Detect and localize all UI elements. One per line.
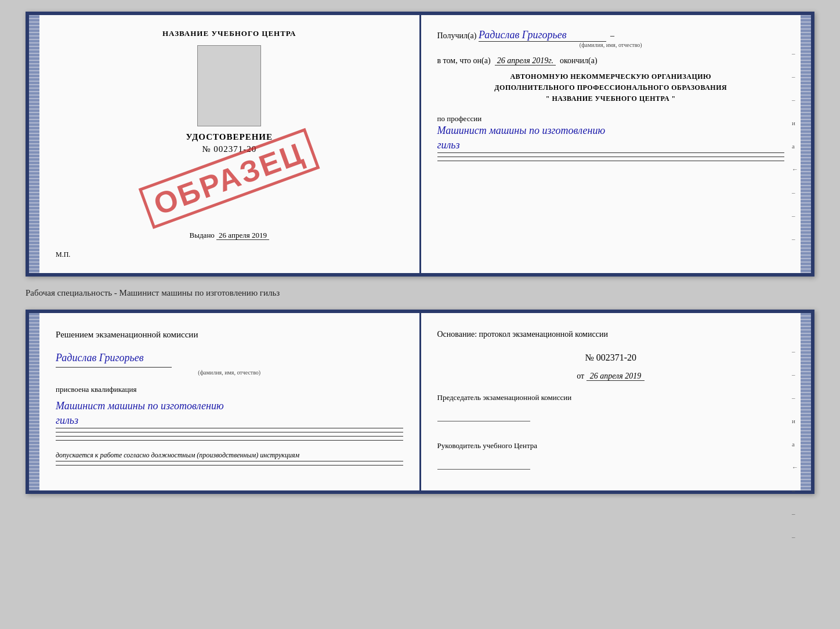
protocol-number: № 002371-20 [437, 350, 785, 366]
received-prefix: Получил(а) [437, 31, 477, 40]
side-marks: – – – и а ← – – – [792, 50, 798, 242]
date-value: 26 апреля 2019г. [495, 56, 556, 66]
director-block: Руководитель учебного Центра [437, 441, 785, 477]
director-title: Руководитель учебного Центра [437, 441, 785, 451]
qualification-prefix: присвоена квалификация [56, 383, 403, 396]
cert-number: № 002371-20 [56, 144, 403, 154]
date-suffix: окончил(а) [560, 56, 598, 65]
udostoverenie-label: УДОСТОВЕРЕНИЕ [56, 132, 403, 142]
bottom-recipient-name: Радислав Григорьев [56, 348, 172, 368]
cert-issued: Выдано 26 апреля 2019 [56, 231, 403, 240]
org-line3: " НАЗВАНИЕ УЧЕБНОГО ЦЕНТРА " [437, 93, 785, 104]
decision-text: Решением экзаменационной комиссии [56, 327, 403, 343]
org-line1: АВТОНОМНУЮ НЕКОММЕРЧЕСКУЮ ОРГАНИЗАЦИЮ [437, 71, 785, 82]
obrazets-stamp: ОБРАЗЕЦ [139, 128, 320, 229]
issued-label: Выдано [190, 231, 215, 239]
protocol-date-prefix: от [577, 372, 584, 380]
org-line2: ДОПОЛНИТЕЛЬНОГО ПРОФЕССИОНАЛЬНОГО ОБРАЗО… [437, 82, 785, 93]
basis-text: Основание: протокол экзаменационной коми… [437, 327, 785, 341]
photo-placeholder [197, 45, 261, 126]
recipient-sublabel: (фамилия, имя, отчество) [437, 42, 785, 48]
top-right-page: Получил(а) Радислав Григорьев – (фамилия… [421, 15, 812, 273]
допускается-text: допускается к работе согласно должностны… [56, 450, 403, 461]
bottom-right-page: Основание: протокол экзаменационной коми… [421, 313, 812, 490]
bottom-name-sublabel: (фамилия, имя, отчество) [56, 368, 403, 378]
date-prefix: в том, что он(а) [437, 56, 491, 65]
chairman-title: Председатель экзаменационной комиссии [437, 392, 785, 403]
profession-name: Машинист машины по изготовлению гильз [437, 123, 785, 153]
issued-date: 26 апреля 2019 [216, 231, 269, 240]
qualification-name: Машинист машины по изготовлению гильз [56, 399, 403, 428]
org-block: АВТОНОМНУЮ НЕКОММЕРЧЕСКУЮ ОРГАНИЗАЦИЮ ДО… [437, 71, 785, 105]
bottom-left-page: Решением экзаменационной комиссии Радисл… [29, 313, 421, 490]
director-signature-line [437, 453, 530, 470]
protocol-date: от 26 апреля 2019 [437, 369, 785, 383]
top-left-title: НАЗВАНИЕ УЧЕБНОГО ЦЕНТРА [56, 29, 403, 38]
mp-label: М.П. [56, 250, 403, 259]
date-line: в том, что он(а) 26 апреля 2019г. окончи… [437, 56, 785, 66]
profession-block: по профессии Машинист машины по изготовл… [437, 114, 785, 161]
bottom-document: Решением экзаменационной комиссии Радисл… [26, 310, 814, 494]
profession-prefix: по профессии [437, 114, 785, 123]
top-left-page: НАЗВАНИЕ УЧЕБНОГО ЦЕНТРА УДОСТОВЕРЕНИЕ №… [29, 15, 421, 273]
received-header: Получил(а) Радислав Григорьев – (фамилия… [437, 29, 785, 48]
bottom-side-marks: – – – и а ← – – – [792, 348, 798, 540]
chairman-signature-line [437, 405, 530, 421]
recipient-name: Радислав Григорьев [479, 29, 606, 42]
caption-line: Рабочая специальность - Машинист машины … [26, 286, 814, 300]
chairman-block: Председатель экзаменационной комиссии [437, 392, 785, 428]
top-document: НАЗВАНИЕ УЧЕБНОГО ЦЕНТРА УДОСТОВЕРЕНИЕ №… [26, 12, 814, 277]
protocol-date-value: 26 апреля 2019 [586, 372, 645, 381]
bottom-name: Радислав Григорьев (фамилия, имя, отчест… [56, 348, 403, 378]
